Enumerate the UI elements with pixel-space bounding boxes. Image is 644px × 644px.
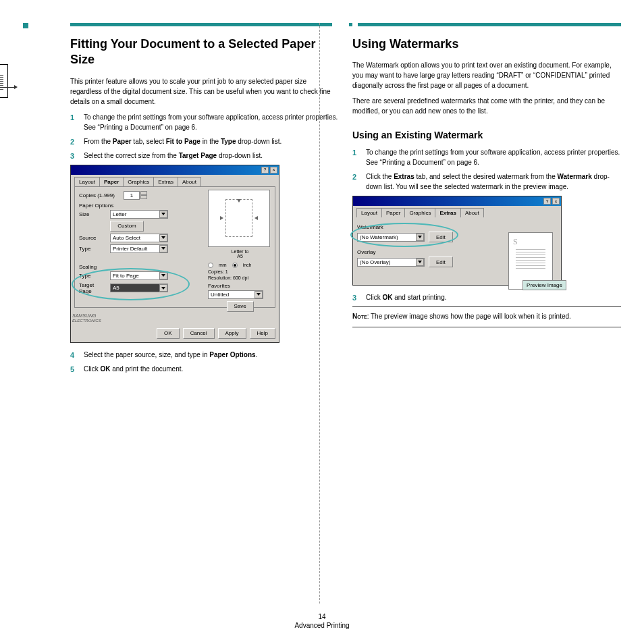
inch-radio[interactable] <box>232 263 238 268</box>
steps-4-5: Select the paper source, size, and type … <box>70 350 339 374</box>
watermark-para1: The Watermark option allows you to print… <box>352 60 621 90</box>
help-icon[interactable]: ? <box>261 167 269 173</box>
watermark-para2: There are several predefined watermarks … <box>352 96 621 116</box>
tab2-about[interactable]: About <box>460 208 484 217</box>
size-label: Size <box>79 211 106 217</box>
tab-graphics[interactable]: Graphics <box>123 177 154 186</box>
printer-properties-dialog: ? × Layout Paper Graphics Extras About C… <box>70 165 279 343</box>
help-button[interactable]: Help <box>250 328 275 339</box>
help-icon-2[interactable]: ? <box>543 198 551 205</box>
intro-para: This printer feature allows you to scale… <box>70 76 339 107</box>
fit-to-page-icon: A <box>0 64 8 98</box>
tab-paper[interactable]: Paper <box>99 177 124 186</box>
overlay-edit-button[interactable]: Edit <box>429 257 453 267</box>
steps-1-3: To change the print settings from your s… <box>70 112 339 161</box>
type-select[interactable]: Printer Default <box>110 244 168 253</box>
close-icon-2[interactable]: × <box>552 198 560 205</box>
scaling-type-select[interactable]: Fit to Page <box>110 271 168 280</box>
target-page-label: Target Page <box>79 282 106 294</box>
tab2-layout[interactable]: Layout <box>356 208 382 217</box>
ok-button[interactable]: OK <box>157 328 180 339</box>
source-select[interactable]: Auto Select <box>110 234 168 242</box>
target-page-select[interactable]: A5 <box>110 284 168 292</box>
watermark-group: Watermark <box>357 224 557 230</box>
tab-row: Layout Paper Graphics Extras About <box>71 175 279 186</box>
overlay-select[interactable]: (No Overlay) <box>357 258 425 267</box>
mm-radio[interactable] <box>208 263 213 268</box>
subheading-existing-watermark: Using an Existing Watermark <box>352 130 621 140</box>
save-button[interactable]: Save <box>227 301 254 312</box>
apply-button[interactable]: Apply <box>218 328 246 339</box>
copies-spinner[interactable] <box>124 191 147 200</box>
watermark-select[interactable]: (No Watermark) <box>357 233 425 242</box>
heading-watermarks: Using Watermarks <box>352 36 621 52</box>
preview-image-callout: Preview Image <box>522 280 566 290</box>
copies-label: Copies (1-999) <box>79 192 119 198</box>
footer: 14 Advanced Printing <box>0 613 644 630</box>
size-select[interactable]: Letter <box>110 210 168 219</box>
tab2-graphics[interactable]: Graphics <box>404 208 435 217</box>
watermark-step-3: Click OK and start printing. <box>352 292 621 302</box>
scaling-type-label: Type <box>79 273 106 279</box>
custom-button[interactable]: Custom <box>110 221 144 232</box>
favorites-select[interactable]: Untitled <box>208 290 263 299</box>
tab2-paper[interactable]: Paper <box>381 208 405 217</box>
tab2-extras[interactable]: Extras <box>435 208 460 217</box>
watermark-steps-1-2: To change the print settings from your s… <box>352 147 621 192</box>
type-label: Type <box>79 246 106 252</box>
extras-dialog: ? × Layout Paper Graphics Extras About W… <box>352 196 562 286</box>
watermark-edit-button[interactable]: Edit <box>429 232 453 242</box>
note-block: Note: The preview image shows how the pa… <box>352 306 621 327</box>
source-label: Source <box>79 235 106 241</box>
close-icon[interactable]: × <box>270 167 277 173</box>
heading-fit-to-page: Fitting Your Document to a Selected Pape… <box>70 36 339 68</box>
tab-extras[interactable]: Extras <box>153 177 178 186</box>
preview-sheet <box>208 190 270 247</box>
cancel-button[interactable]: Cancel <box>183 328 215 339</box>
tab-about[interactable]: About <box>178 177 201 186</box>
tab-layout[interactable]: Layout <box>74 177 100 186</box>
